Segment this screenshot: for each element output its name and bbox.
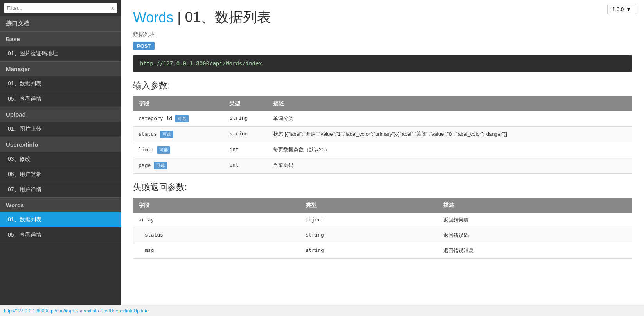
sidebar-section-base: Base — [0, 31, 121, 46]
sidebar-item-userextinfo-03[interactable]: 03、修改 — [0, 152, 121, 167]
failure-col-field: 字段 — [133, 198, 300, 213]
sidebar-section-jiekou: 接口文档 — [0, 16, 121, 31]
page-title: Words — [133, 9, 173, 26]
failure-col-desc: 描述 — [438, 198, 632, 213]
input-col-type: 类型 — [224, 96, 268, 111]
input-params-title: 输入参数: — [133, 80, 632, 92]
failure-params-title: 失败返回参数: — [133, 181, 632, 193]
input-col-desc: 描述 — [268, 96, 632, 111]
sidebar-filter-container: x — [0, 0, 121, 16]
optional-badge: 可选 — [154, 162, 167, 169]
field-cell: array — [133, 213, 300, 228]
type-cell: string — [224, 127, 268, 142]
page-title-separator: | — [177, 9, 181, 26]
table-row: status string 返回错误码 — [133, 228, 632, 243]
field-cell: category_id可选 — [133, 111, 224, 127]
type-cell: string — [300, 228, 438, 243]
field-cell: status可选 — [133, 127, 224, 142]
type-cell: string — [224, 111, 268, 127]
filter-input[interactable] — [7, 5, 111, 11]
failure-params-table: 字段 类型 描述 array object 返回结果集 status strin… — [133, 198, 632, 259]
status-bar: http://127.0.0.1:8000/api/doc/#api-Usere… — [0, 305, 644, 316]
type-cell: int — [224, 142, 268, 158]
version-dropdown-icon: ▼ — [626, 6, 631, 12]
optional-badge: 可选 — [175, 115, 189, 122]
filter-box: x — [4, 3, 117, 13]
desc-cell: 返回错误消息 — [438, 243, 632, 259]
input-params-table: 字段 类型 描述 category_id可选 string 单词分类 statu… — [133, 96, 632, 174]
field-cell: limit可选 — [133, 142, 224, 158]
field-cell: page可选 — [133, 158, 224, 174]
sidebar-section-upload: Upload — [0, 107, 121, 122]
version-label: 1.0.0 — [612, 6, 624, 12]
desc-cell: 返回错误码 — [438, 228, 632, 243]
filter-clear-button[interactable]: x — [111, 5, 114, 11]
table-row: msg string 返回错误消息 — [133, 243, 632, 259]
page-title-bar: Words | 01、数据列表 — [133, 8, 632, 27]
sidebar-item-userextinfo-07[interactable]: 07、用户详情 — [0, 182, 121, 198]
sidebar-item-words-05[interactable]: 05、查看详情 — [0, 228, 121, 243]
sidebar: x 接口文档 Base 01、图片验证码地址 Manager 01、数据列表 0… — [0, 0, 121, 305]
section-label: 数据列表 — [133, 31, 632, 38]
desc-cell: 每页数据条数（默认20） — [268, 142, 632, 158]
input-col-field: 字段 — [133, 96, 224, 111]
status-url: http://127.0.0.1:8000/api/doc/#api-Usere… — [4, 308, 149, 314]
desc-cell: 状态 [{"label":"开启","value":"1","label_col… — [268, 127, 632, 142]
version-selector[interactable]: 1.0.0 ▼ — [607, 4, 636, 14]
type-cell: int — [224, 158, 268, 174]
sidebar-item-upload-01[interactable]: 01、图片上传 — [0, 122, 121, 137]
desc-cell: 单词分类 — [268, 111, 632, 127]
page-title-subtitle: 01、数据列表 — [185, 8, 271, 27]
field-cell: msg — [133, 243, 300, 259]
sidebar-item-manager-05[interactable]: 05、查看详情 — [0, 92, 121, 107]
failure-col-type: 类型 — [300, 198, 438, 213]
sidebar-section-words: Words — [0, 198, 121, 212]
sidebar-item-manager-01[interactable]: 01、数据列表 — [0, 76, 121, 92]
main-content: Words | 01、数据列表 数据列表 POST http://127.0.0… — [121, 0, 644, 305]
sidebar-section-userextinfo: Userextinfo — [0, 137, 121, 152]
table-row: page可选 int 当前页码 — [133, 158, 632, 174]
table-row: category_id可选 string 单词分类 — [133, 111, 632, 127]
desc-cell: 返回结果集 — [438, 213, 632, 228]
sidebar-item-base-01[interactable]: 01、图片验证码地址 — [0, 46, 121, 61]
sidebar-section-manager: Manager — [0, 61, 121, 76]
table-row: array object 返回结果集 — [133, 213, 632, 228]
method-badge: POST — [133, 42, 155, 50]
sidebar-item-userextinfo-06[interactable]: 06、用户登录 — [0, 167, 121, 182]
table-row: status可选 string 状态 [{"label":"开启","value… — [133, 127, 632, 142]
optional-badge: 可选 — [157, 146, 170, 154]
table-row: limit可选 int 每页数据条数（默认20） — [133, 142, 632, 158]
endpoint-box: http://127.0.0.1:8000/api/Words/index — [133, 55, 632, 72]
type-cell: object — [300, 213, 438, 228]
desc-cell: 当前页码 — [268, 158, 632, 174]
type-cell: string — [300, 243, 438, 259]
field-cell: status — [133, 228, 300, 243]
optional-badge: 可选 — [160, 131, 173, 138]
sidebar-item-words-01[interactable]: 01、数据列表 — [0, 212, 121, 228]
